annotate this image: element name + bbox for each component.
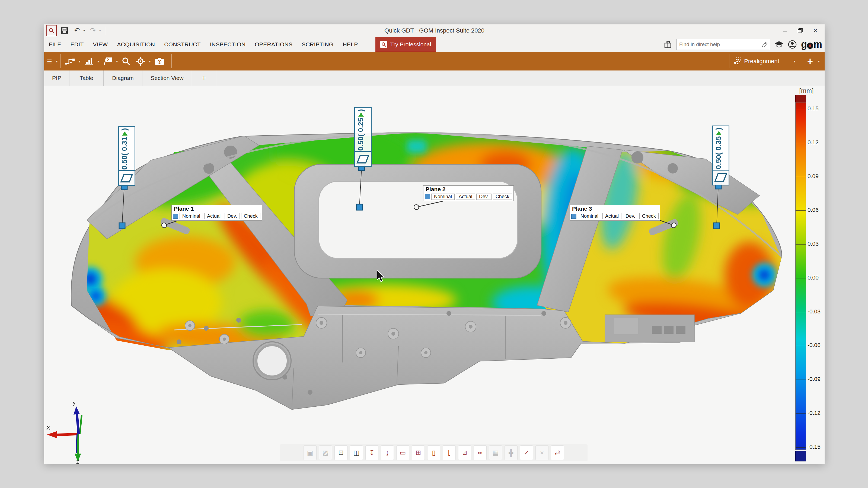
- hole: [668, 163, 678, 173]
- part-scene: X y Z: [44, 86, 825, 464]
- col-check[interactable]: Check: [241, 213, 260, 219]
- colorbar-tick-label: 0.03: [807, 240, 824, 247]
- rectangle-feature-button[interactable]: ▭: [396, 446, 409, 460]
- report-caret[interactable]: ▾: [115, 59, 119, 63]
- restore-button[interactable]: [793, 24, 808, 37]
- help-search-input[interactable]: [676, 39, 770, 50]
- ribbon-right-cluster: Prealignment ▾ + ▾: [727, 52, 821, 70]
- target-icon: [136, 57, 145, 66]
- menu-acquisition[interactable]: ACQUISITION: [112, 41, 159, 48]
- training-cap-icon[interactable]: [774, 41, 784, 48]
- add-alignment-button[interactable]: +: [803, 56, 817, 67]
- report-button[interactable]: [100, 54, 115, 68]
- connected-sections-button[interactable]: ⊞: [412, 446, 425, 460]
- colorbar-tick-label: 0.06: [807, 206, 824, 213]
- target-button[interactable]: [133, 54, 148, 68]
- main-menu-caret[interactable]: ▾: [55, 59, 59, 63]
- col-actual[interactable]: Actual: [456, 194, 475, 200]
- alignment-label: Prealignment: [744, 58, 779, 65]
- no-compare-button[interactable]: ▨: [319, 446, 332, 460]
- touch-point-top-button[interactable]: ↧: [365, 446, 378, 460]
- colorbar-tick-label: -0.06: [807, 342, 824, 348]
- profile-symbol-icon: [355, 151, 371, 166]
- logo-o-icon: [807, 42, 813, 49]
- tab-table[interactable]: Table: [69, 70, 104, 86]
- gdt-flag-value: 0.50( 0.25): [355, 108, 371, 151]
- camera-icon: [155, 57, 164, 65]
- support-person-icon[interactable]: [788, 40, 797, 49]
- alignment-selector[interactable]: Prealignment: [731, 57, 781, 65]
- split-view-button[interactable]: ◫: [350, 446, 363, 460]
- workflow-caret[interactable]: ▾: [78, 59, 82, 63]
- col-actual[interactable]: Actual: [602, 213, 621, 219]
- colorbar-tick-label: -0.09: [807, 376, 824, 382]
- col-nominal[interactable]: Nominal: [431, 194, 455, 200]
- viewport-3d[interactable]: X y Z 0.50( 0.31) 0.50( 0.25): [44, 86, 825, 464]
- chart-caret[interactable]: ▾: [96, 59, 100, 63]
- direct-help-icon[interactable]: [762, 41, 768, 48]
- col-nominal[interactable]: Nominal: [578, 213, 601, 219]
- gdt-flag-plane2[interactable]: 0.50( 0.25): [354, 107, 372, 167]
- logo-letter-g: g: [801, 39, 807, 50]
- double-circle-button[interactable]: ∞: [474, 446, 487, 460]
- pip-compare-button[interactable]: ▣: [304, 446, 316, 460]
- col-nominal[interactable]: Nominal: [180, 213, 203, 219]
- corner-feature-button[interactable]: ▯: [427, 446, 440, 460]
- tab-section-view[interactable]: Section View: [143, 70, 192, 86]
- colorbar-underflow-cap: [795, 451, 806, 461]
- try-professional-button[interactable]: Try Professional: [375, 37, 436, 52]
- result-pass-icon: [122, 131, 127, 135]
- axis-y-label: y: [73, 400, 75, 405]
- menu-edit[interactable]: EDIT: [66, 41, 88, 48]
- result-pass-icon: [716, 131, 721, 135]
- hole: [631, 152, 643, 163]
- col-dev[interactable]: Dev.: [225, 213, 240, 219]
- connector-slot: [676, 326, 685, 334]
- workflow-button[interactable]: [62, 54, 78, 68]
- delete-element-button[interactable]: ×: [535, 446, 549, 460]
- grid-feature-button[interactable]: ▦: [489, 446, 502, 460]
- colorbar[interactable]: [795, 102, 806, 450]
- gift-icon[interactable]: [664, 40, 672, 48]
- col-dev[interactable]: Dev.: [623, 213, 638, 219]
- tab-pip[interactable]: PIP: [44, 70, 69, 86]
- minimize-button[interactable]: –: [777, 24, 793, 37]
- menu-operations[interactable]: OPERATIONS: [250, 41, 297, 48]
- check-element-button[interactable]: ✓: [520, 446, 533, 460]
- colorbar-tick-label: 0.12: [807, 139, 824, 145]
- gdt-flag-plane1[interactable]: 0.50( 0.31): [118, 126, 135, 186]
- plane1-label[interactable]: Plane 1 Nominal Actual Dev. Check: [172, 205, 262, 221]
- col-actual[interactable]: Actual: [204, 213, 223, 219]
- chart-button[interactable]: [82, 54, 96, 68]
- menu-construct[interactable]: CONSTRUCT: [159, 41, 205, 48]
- plane3-label[interactable]: Plane 3 Nominal Actual Dev. Check: [569, 205, 660, 221]
- col-check[interactable]: Check: [639, 213, 659, 219]
- add-tab-button[interactable]: +: [192, 70, 216, 86]
- alignment-caret[interactable]: ▾: [792, 59, 796, 63]
- menu-scripting[interactable]: SCRIPTING: [297, 41, 338, 48]
- col-dev[interactable]: Dev.: [476, 194, 492, 200]
- menu-view[interactable]: VIEW: [88, 41, 113, 48]
- menubar-right-cluster: gm: [664, 37, 822, 52]
- tab-diagram[interactable]: Diagram: [104, 70, 143, 86]
- main-menu-button[interactable]: ≡: [44, 54, 55, 68]
- menu-file[interactable]: FILE: [44, 41, 66, 48]
- menu-inspection[interactable]: INSPECTION: [205, 41, 250, 48]
- colorbar-tick-label: -0.12: [807, 410, 824, 416]
- add-alignment-caret[interactable]: ▾: [817, 59, 821, 63]
- close-button[interactable]: ×: [808, 24, 823, 37]
- swap-elements-button[interactable]: ⇄: [551, 446, 564, 460]
- expand-feature-button[interactable]: ╬: [504, 446, 518, 460]
- zoom-search-button[interactable]: [119, 54, 133, 68]
- plane2-title: Plane 2: [424, 186, 514, 193]
- touch-point-center-button[interactable]: ↨: [381, 446, 394, 460]
- snapshot-button[interactable]: [152, 54, 167, 68]
- l-square-feature-button[interactable]: ⌊: [443, 446, 456, 460]
- plane2-label[interactable]: Plane 2 Nominal Actual Dev. Check: [423, 186, 514, 201]
- angle-feature-button[interactable]: ⊿: [458, 446, 471, 460]
- gdt-flag-plane3[interactable]: 0.50( 0.35): [712, 126, 730, 186]
- col-check[interactable]: Check: [493, 194, 512, 200]
- target-caret[interactable]: ▾: [148, 59, 152, 63]
- select-marquee-button[interactable]: ⊡: [335, 446, 347, 460]
- menu-help[interactable]: HELP: [338, 41, 362, 48]
